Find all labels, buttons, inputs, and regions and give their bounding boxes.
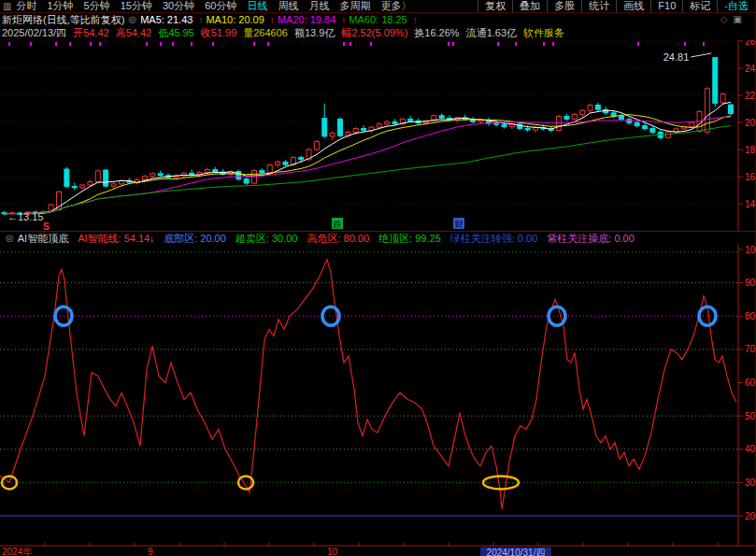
candle-body xyxy=(276,162,280,164)
candle-body xyxy=(260,170,264,172)
ma20-trend-arrow-icon: ↑ xyxy=(341,15,346,25)
indicator-bottom-zone: 底部区: 20.00 xyxy=(164,233,226,244)
candle-body xyxy=(690,122,694,126)
candle-body xyxy=(385,121,390,123)
candle-body xyxy=(408,119,413,121)
info-float: 流通1.63亿 xyxy=(466,26,517,40)
sell-signal-marker: S xyxy=(43,221,50,231)
magenta-signal-mark xyxy=(267,42,269,46)
menu-mark[interactable]: 标记 xyxy=(682,0,717,12)
menu-f10[interactable]: F10 xyxy=(650,0,682,12)
tab-15min[interactable]: 15分钟 xyxy=(121,0,152,12)
magenta-signal-mark xyxy=(684,42,686,46)
magenta-signal-mark xyxy=(146,42,148,46)
magenta-signal-mark xyxy=(160,42,162,46)
tab-more[interactable]: 更多〉 xyxy=(380,0,411,12)
indicator-axis-label: 90 xyxy=(745,278,756,288)
menu-overlay[interactable]: 叠加 xyxy=(512,0,547,12)
candle-body xyxy=(72,186,77,187)
menu-draw[interactable]: 画线 xyxy=(616,0,650,12)
candle-body xyxy=(111,184,116,186)
menu-stats[interactable]: 统计 xyxy=(581,0,616,12)
candle-body xyxy=(572,114,577,119)
candle-body xyxy=(525,129,530,130)
candle-body xyxy=(635,122,639,125)
candle-body xyxy=(150,174,155,177)
ai-line-arrow-icon: ↓ xyxy=(150,234,154,244)
info-high: 高54.42 xyxy=(116,26,152,40)
diamond-icon[interactable]: ◇ xyxy=(720,13,728,26)
candle-body xyxy=(588,105,592,110)
tab-30min[interactable]: 30分钟 xyxy=(163,0,194,12)
magenta-signal-mark xyxy=(703,42,705,46)
tab-5min[interactable]: 5分钟 xyxy=(84,0,110,12)
info-industry: 软件服务 xyxy=(523,26,564,40)
tab-intraday[interactable]: 分时 xyxy=(16,0,36,12)
indicator-axis-label: 40 xyxy=(745,444,756,454)
magenta-signal-mark xyxy=(637,42,639,46)
indicator-oversold-zone: 超卖区: 30.00 xyxy=(235,233,298,244)
indicator-axis-label: 50 xyxy=(745,411,756,421)
badge-label: 跌 xyxy=(334,220,342,229)
stock-header-row: 新炬网络(日线,等比前复权) ◎ MA5: 21.43↑ MA10: 20.09… xyxy=(0,13,755,26)
ai-smart-line xyxy=(0,260,736,509)
low-price-label: ←13.15 xyxy=(7,211,44,222)
info-turnover: 换16.26% xyxy=(414,26,459,40)
candle-body xyxy=(392,121,397,123)
indicator-values: AI智能线: 54.14↓底部区: 20.00超卖区: 30.00高危区: 80… xyxy=(78,232,644,246)
menu-watchlist[interactable]: -自选 xyxy=(717,0,755,12)
ma-values: MA5: 21.43↑ MA10: 20.09↑ MA20: 19.84↑ MA… xyxy=(140,13,418,27)
candle-body xyxy=(564,116,569,119)
indicator-axis-label: 30 xyxy=(745,478,756,488)
candle-body xyxy=(728,105,733,113)
info-amount: 额13.9亿 xyxy=(294,26,335,40)
indicator-axis-label: 70 xyxy=(745,344,756,354)
candle-body xyxy=(337,119,342,135)
tab-60min[interactable]: 60分钟 xyxy=(205,0,236,12)
ma5-value: MA5: 21.43 xyxy=(140,14,193,25)
ma5-trend-arrow-icon: ↑ xyxy=(198,15,203,25)
candle-body xyxy=(267,165,272,173)
ma20-value: MA20: 19.84 xyxy=(278,14,335,25)
indicator-axis-label: 100 xyxy=(745,245,756,255)
time-axis-label: 2024年 xyxy=(2,547,32,556)
menu-adjust[interactable]: 复权 xyxy=(478,0,512,12)
magenta-signal-mark xyxy=(55,42,57,46)
indicator-settings-icon[interactable]: ◎ xyxy=(6,232,14,245)
info-open: 开54.42 xyxy=(73,26,109,40)
crosshair-date-label: 2024/10/31/四 xyxy=(487,548,546,556)
tab-daily[interactable]: 日线 xyxy=(247,0,267,12)
price-axis-label: 18 xyxy=(745,145,756,155)
tab-multi-period[interactable]: 多周期 xyxy=(339,0,370,12)
candle-body xyxy=(377,124,381,127)
tab-weekly[interactable]: 周线 xyxy=(278,0,298,12)
price-axis-label: 20 xyxy=(745,118,756,128)
tab-monthly[interactable]: 月线 xyxy=(308,0,329,12)
price-axis-label: 26 xyxy=(745,40,756,47)
ma60-trend-arrow-icon: ↑ xyxy=(413,15,418,25)
panel-icon[interactable]: ▣ xyxy=(734,13,742,26)
window-grid-icon[interactable]: ▥ xyxy=(3,0,11,12)
candle-body xyxy=(362,129,366,131)
ma10-line xyxy=(5,115,732,214)
magenta-signal-mark xyxy=(515,42,517,46)
magenta-signal-mark xyxy=(212,42,214,46)
candle-body xyxy=(314,142,319,150)
magenta-signal-mark xyxy=(452,42,454,46)
candle-body xyxy=(205,169,209,172)
stock-title: 新炬网络(日线,等比前复权) xyxy=(2,13,124,26)
top-toolbar: ▥ 分时1分钟5分钟15分钟30分钟60分钟日线周线月线多周期更多〉 复权叠加多… xyxy=(0,0,755,13)
indicator-chart[interactable]: 10090807060504030202024年9102024/10/31/四 xyxy=(0,245,756,556)
info-change: 幅2.52(5.09%) xyxy=(341,26,407,40)
menu-multi-stock[interactable]: 多股 xyxy=(547,0,581,12)
candlestick-chart[interactable]: 2624222018161424.81←13.15S跌财 xyxy=(0,40,756,231)
price-axis-label: 16 xyxy=(745,172,756,182)
magenta-signal-mark xyxy=(253,42,255,46)
magenta-signal-mark xyxy=(370,42,372,46)
magenta-signal-mark xyxy=(69,42,71,46)
magenta-signal-mark xyxy=(191,42,193,46)
candle-body xyxy=(190,173,194,175)
ma-settings-icon[interactable]: ◎ xyxy=(128,13,136,26)
tab-1min[interactable]: 1分钟 xyxy=(47,0,73,12)
high-price-pointer xyxy=(691,53,711,57)
